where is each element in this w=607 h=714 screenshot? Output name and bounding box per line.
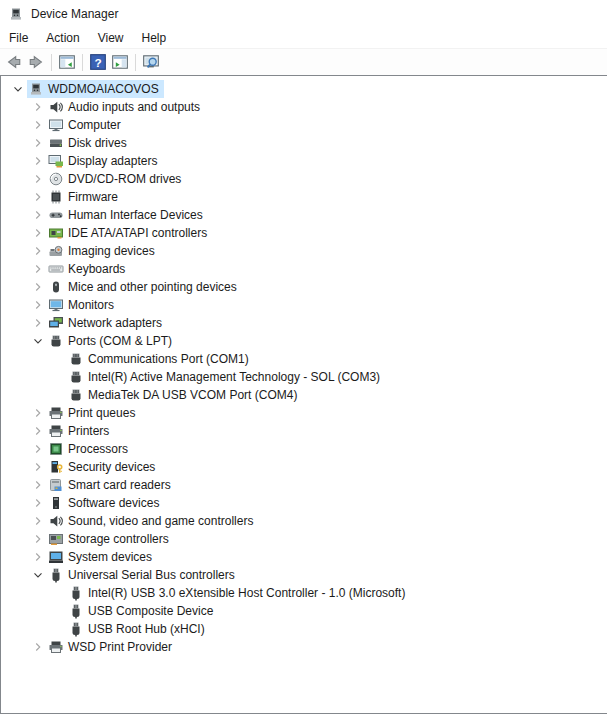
- chevron-right-icon[interactable]: [29, 243, 47, 259]
- chevron-down-icon[interactable]: [29, 567, 47, 583]
- tree-item-hit[interactable]: Security devices: [47, 458, 160, 476]
- chevron-right-icon[interactable]: [29, 459, 47, 475]
- tree-item-hit[interactable]: Intel(R) Active Management Technology - …: [67, 368, 385, 386]
- tree-item[interactable]: System devices: [1, 548, 607, 566]
- tree-item-hit[interactable]: WSD Print Provider: [47, 638, 177, 656]
- tree-item-hit[interactable]: Software devices: [47, 494, 164, 512]
- chevron-right-icon[interactable]: [29, 423, 47, 439]
- tree-item-hit[interactable]: Communications Port (COM1): [67, 350, 254, 368]
- tree-item[interactable]: Intel(R) USB 3.0 eXtensible Host Control…: [1, 584, 607, 602]
- tree-item[interactable]: DVD/CD-ROM drives: [1, 170, 607, 188]
- menu-help[interactable]: Help: [133, 28, 176, 48]
- tree-item-hit[interactable]: Mice and other pointing devices: [47, 278, 242, 296]
- console-tree-icon[interactable]: [56, 51, 78, 73]
- tree-item[interactable]: Human Interface Devices: [1, 206, 607, 224]
- chevron-right-icon[interactable]: [29, 261, 47, 277]
- tree-item[interactable]: Firmware: [1, 188, 607, 206]
- tree-item[interactable]: Network adapters: [1, 314, 607, 332]
- tree-item[interactable]: Ports (COM & LPT): [1, 332, 607, 350]
- tree-item-hit[interactable]: System devices: [47, 548, 157, 566]
- tree-item[interactable]: Audio inputs and outputs: [1, 98, 607, 116]
- tree-item-hit[interactable]: Storage controllers: [47, 530, 174, 548]
- tree-item[interactable]: Software devices: [1, 494, 607, 512]
- tree-item-hit[interactable]: Intel(R) USB 3.0 eXtensible Host Control…: [67, 584, 410, 602]
- forward-icon[interactable]: [25, 51, 47, 73]
- tree-item[interactable]: Mice and other pointing devices: [1, 278, 607, 296]
- tree-item-hit[interactable]: Human Interface Devices: [47, 206, 208, 224]
- tree-item[interactable]: Print queues: [1, 404, 607, 422]
- chevron-right-icon[interactable]: [29, 531, 47, 547]
- tree-item-hit[interactable]: Monitors: [47, 296, 119, 314]
- scan-hardware-icon[interactable]: [140, 51, 162, 73]
- chevron-down-icon[interactable]: [9, 81, 27, 97]
- tree-item-hit[interactable]: Computer: [47, 116, 126, 134]
- chevron-right-icon[interactable]: [29, 513, 47, 529]
- tree-item-hit[interactable]: Audio inputs and outputs: [47, 98, 205, 116]
- tree-item[interactable]: Universal Serial Bus controllers: [1, 566, 607, 584]
- tree-item-hit[interactable]: Sound, video and game controllers: [47, 512, 258, 530]
- chevron-right-icon[interactable]: [29, 315, 47, 331]
- tree-item-hit[interactable]: Processors: [47, 440, 133, 458]
- tree-item[interactable]: Display adapters: [1, 152, 607, 170]
- tree-item-hit[interactable]: USB Composite Device: [67, 602, 218, 620]
- chevron-right-icon[interactable]: [29, 153, 47, 169]
- tree-item-hit[interactable]: Display adapters: [47, 152, 162, 170]
- tree-item-hit[interactable]: IDE ATA/ATAPI controllers: [47, 224, 212, 242]
- tree-item[interactable]: Sound, video and game controllers: [1, 512, 607, 530]
- tree-item-hit[interactable]: Network adapters: [47, 314, 167, 332]
- chevron-down-icon[interactable]: [29, 333, 47, 349]
- tree-item[interactable]: Keyboards: [1, 260, 607, 278]
- tree-item-hit[interactable]: WDDMOAIACOVOS: [27, 80, 164, 98]
- tree-item[interactable]: Imaging devices: [1, 242, 607, 260]
- tree-item[interactable]: WSD Print Provider: [1, 638, 607, 656]
- tree-item[interactable]: Security devices: [1, 458, 607, 476]
- tree-item[interactable]: IDE ATA/ATAPI controllers: [1, 224, 607, 242]
- chevron-right-icon[interactable]: [29, 135, 47, 151]
- tree-item-hit[interactable]: MediaTek DA USB VCOM Port (COM4): [67, 386, 302, 404]
- help-icon[interactable]: ?: [87, 51, 109, 73]
- action-pane-icon[interactable]: [109, 51, 131, 73]
- tree-item[interactable]: Storage controllers: [1, 530, 607, 548]
- tree-item-hit[interactable]: DVD/CD-ROM drives: [47, 170, 186, 188]
- tree-item[interactable]: Computer: [1, 116, 607, 134]
- tree-item-hit[interactable]: Smart card readers: [47, 476, 176, 494]
- chevron-right-icon[interactable]: [29, 99, 47, 115]
- chevron-right-icon[interactable]: [29, 405, 47, 421]
- chevron-right-icon[interactable]: [29, 279, 47, 295]
- tree-item-hit[interactable]: Keyboards: [47, 260, 130, 278]
- chevron-right-icon[interactable]: [29, 189, 47, 205]
- tree-item[interactable]: Disk drives: [1, 134, 607, 152]
- chevron-right-icon[interactable]: [29, 495, 47, 511]
- tree-item[interactable]: Communications Port (COM1): [1, 350, 607, 368]
- tree-item[interactable]: MediaTek DA USB VCOM Port (COM4): [1, 386, 607, 404]
- chevron-right-icon[interactable]: [29, 639, 47, 655]
- tree-item-hit[interactable]: Firmware: [47, 188, 123, 206]
- chevron-right-icon[interactable]: [29, 297, 47, 313]
- chevron-right-icon[interactable]: [29, 207, 47, 223]
- tree-item[interactable]: Printers: [1, 422, 607, 440]
- tree-item-hit[interactable]: Disk drives: [47, 134, 132, 152]
- tree-item[interactable]: Processors: [1, 440, 607, 458]
- menu-action[interactable]: Action: [37, 28, 88, 48]
- chevron-right-icon[interactable]: [29, 549, 47, 565]
- tree-item-hit[interactable]: Imaging devices: [47, 242, 160, 260]
- tree-item[interactable]: USB Root Hub (xHCI): [1, 620, 607, 638]
- tree-item-hit[interactable]: Print queues: [47, 404, 140, 422]
- chevron-right-icon[interactable]: [29, 477, 47, 493]
- chevron-right-icon[interactable]: [29, 171, 47, 187]
- tree-item-hit[interactable]: Printers: [47, 422, 114, 440]
- chevron-right-icon[interactable]: [29, 225, 47, 241]
- tree-item[interactable]: Intel(R) Active Management Technology - …: [1, 368, 607, 386]
- menu-view[interactable]: View: [89, 28, 133, 48]
- tree-item-hit[interactable]: USB Root Hub (xHCI): [67, 620, 210, 638]
- tree-item[interactable]: USB Composite Device: [1, 602, 607, 620]
- tree-item[interactable]: Monitors: [1, 296, 607, 314]
- tree-item[interactable]: WDDMOAIACOVOS: [1, 80, 607, 98]
- chevron-right-icon[interactable]: [29, 441, 47, 457]
- chevron-right-icon[interactable]: [29, 117, 47, 133]
- back-icon[interactable]: [3, 51, 25, 73]
- tree-item[interactable]: Smart card readers: [1, 476, 607, 494]
- tree-item-hit[interactable]: Universal Serial Bus controllers: [47, 566, 240, 584]
- tree-item-hit[interactable]: Ports (COM & LPT): [47, 332, 177, 350]
- menu-file[interactable]: File: [0, 28, 37, 48]
